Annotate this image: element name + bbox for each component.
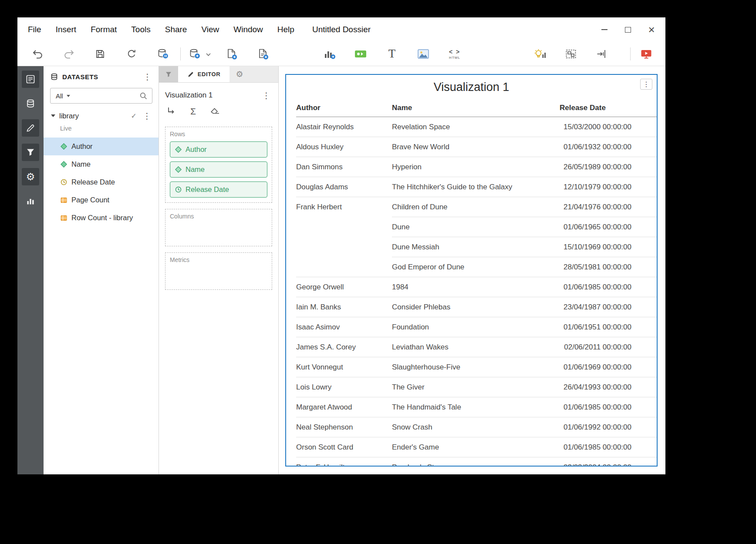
cell-release-date[interactable]: 15/03/2000 00:00:00 (560, 117, 657, 137)
cell-name[interactable]: Foundation (392, 317, 560, 337)
cell-author[interactable]: Lois Lowry (296, 377, 392, 397)
metrics-drop-zone[interactable]: Metrics (165, 252, 272, 290)
cell-author[interactable]: Alastair Reynolds (296, 117, 392, 137)
tab-settings[interactable]: ⚙ (230, 66, 250, 82)
cell-name[interactable]: The Hitchhiker's Guide to the Galaxy (392, 177, 560, 197)
cell-name[interactable]: The Handmaid's Tale (392, 397, 560, 417)
cell-author[interactable]: Orson Scott Card (296, 437, 392, 457)
cell-author[interactable]: Margaret Atwood (296, 397, 392, 417)
dataset-field-name[interactable]: Name (44, 155, 159, 173)
maximize-button[interactable] (624, 25, 632, 34)
cell-name[interactable]: Pandora's Star (392, 457, 560, 467)
cell-release-date[interactable]: 26/04/1993 00:00:00 (560, 377, 657, 397)
new-chapter-button[interactable] (254, 45, 272, 63)
rows-chip-name[interactable]: Name (170, 161, 267, 178)
insert-html-button[interactable]: < > HTML (446, 45, 463, 63)
cell-author[interactable]: Douglas Adams (296, 177, 392, 197)
cell-release-date[interactable]: 01/06/1969 00:00:00 (560, 357, 657, 377)
save-button[interactable] (91, 45, 109, 63)
cell-release-date[interactable]: 01/06/1992 00:00:00 (560, 417, 657, 437)
menu-format[interactable]: Format (91, 25, 117, 34)
cell-name[interactable]: Brave New World (392, 137, 560, 157)
insert-image-button[interactable] (415, 45, 432, 63)
layout-templates-button[interactable] (562, 45, 580, 63)
visualization-card[interactable]: Visualization 1 ⋮ AuthorNameRelease Date… (285, 74, 658, 467)
cell-release-date[interactable]: 28/05/1981 00:00:00 (560, 257, 657, 277)
visualization-options-button[interactable]: ⋮ (640, 79, 652, 90)
search-icon[interactable] (139, 92, 148, 100)
dataset-field-page-count[interactable]: Page Count (44, 191, 159, 209)
cell-name[interactable]: Consider Phlebas (392, 297, 560, 317)
cell-author[interactable]: George Orwell (296, 277, 392, 297)
close-button[interactable]: × (647, 25, 656, 34)
cell-name[interactable]: Ender's Game (392, 437, 560, 457)
cell-release-date[interactable]: 01/06/1951 00:00:00 (560, 317, 657, 337)
cell-name[interactable]: 1984 (392, 277, 560, 297)
rail-datasets-button[interactable] (22, 95, 39, 112)
menu-window[interactable]: Window (233, 25, 263, 34)
cell-release-date[interactable]: 01/06/1985 00:00:00 (560, 397, 657, 417)
rows-chip-author[interactable]: Author (170, 141, 267, 158)
cell-release-date[interactable]: 12/10/1979 00:00:00 (560, 177, 657, 197)
rail-edit-button[interactable] (22, 119, 39, 137)
menu-view[interactable]: View (201, 25, 219, 34)
cell-author[interactable]: James S.A. Corey (296, 337, 392, 357)
clear-button[interactable] (210, 106, 220, 117)
cell-release-date[interactable]: 21/04/1976 00:00:00 (560, 197, 657, 217)
totals-button[interactable]: Σ (190, 106, 196, 117)
visualization-menu-button[interactable]: ⋮ (260, 91, 272, 100)
cell-author[interactable] (296, 257, 392, 277)
column-header-author[interactable]: Author (296, 99, 392, 117)
cell-author[interactable]: Kurt Vonnegut (296, 357, 392, 377)
insert-filter-panel-button[interactable] (352, 45, 369, 63)
dataset-field-author[interactable]: Author (44, 138, 159, 155)
cell-name[interactable]: Children of Dune (392, 197, 560, 217)
cell-name[interactable]: Dune Messiah (392, 237, 560, 257)
cell-author[interactable] (296, 217, 392, 237)
dock-panel-button[interactable] (593, 45, 610, 63)
cell-author[interactable]: Peter F. Hamilton (296, 457, 392, 467)
tree-expand-icon[interactable] (51, 114, 55, 117)
menu-share[interactable]: Share (165, 25, 187, 34)
insights-button[interactable] (532, 45, 549, 63)
cell-name[interactable]: God Emperor of Dune (392, 257, 560, 277)
cell-author[interactable]: Iain M. Banks (296, 297, 392, 317)
cell-author[interactable]: Aldous Huxley (296, 137, 392, 157)
present-button[interactable] (638, 45, 655, 63)
dataset-field-row-count-library[interactable]: Row Count - library (44, 209, 159, 227)
rail-settings-button[interactable]: ⚙ (22, 168, 39, 185)
cell-release-date[interactable]: 01/06/1985 00:00:00 (560, 437, 657, 457)
dataset-status-button[interactable] (154, 45, 172, 63)
tab-filter[interactable] (159, 66, 178, 82)
cell-author[interactable] (296, 237, 392, 257)
refresh-button[interactable] (123, 45, 140, 63)
add-data-button[interactable] (186, 45, 203, 63)
cell-name[interactable]: The Giver (392, 377, 560, 397)
cell-name[interactable]: Revelation Space (392, 117, 560, 137)
rows-drop-zone[interactable]: Rows AuthorNameRelease Date (165, 127, 272, 203)
column-header-release-date[interactable]: Release Date (560, 99, 657, 117)
cell-release-date[interactable]: 23/04/1987 00:00:00 (560, 297, 657, 317)
cell-release-date[interactable]: 01/06/1932 00:00:00 (560, 137, 657, 157)
cell-author[interactable]: Frank Herbert (296, 197, 392, 217)
cell-author[interactable]: Isaac Asimov (296, 317, 392, 337)
menu-tools[interactable]: Tools (131, 25, 150, 34)
dataset-item-menu-button[interactable]: ⋮ (141, 112, 153, 120)
columns-drop-zone[interactable]: Columns (165, 209, 272, 246)
cell-author[interactable]: Dan Simmons (296, 157, 392, 177)
insert-text-button[interactable]: T (383, 45, 401, 63)
cell-name[interactable]: Leviathan Wakes (392, 337, 560, 357)
undo-button[interactable] (29, 45, 46, 63)
cell-release-date[interactable]: 26/05/1989 00:00:00 (560, 157, 657, 177)
cell-release-date[interactable]: 01/06/1965 00:00:00 (560, 217, 657, 237)
cell-release-date[interactable]: 01/06/1985 00:00:00 (560, 277, 657, 297)
cell-release-date[interactable]: 15/10/1969 00:00:00 (560, 237, 657, 257)
menu-file[interactable]: File (28, 25, 41, 34)
cell-release-date[interactable]: 02/03/2004 00:00:00 (560, 457, 657, 467)
rail-filter-button[interactable] (22, 144, 39, 161)
redo-button[interactable] (60, 45, 78, 63)
dataset-filter-dropdown[interactable]: All (56, 92, 70, 100)
add-data-chevron[interactable] (206, 50, 211, 58)
dataset-tree-item-library[interactable]: library ✓ ⋮ (44, 109, 159, 123)
rail-contents-button[interactable] (22, 71, 39, 88)
